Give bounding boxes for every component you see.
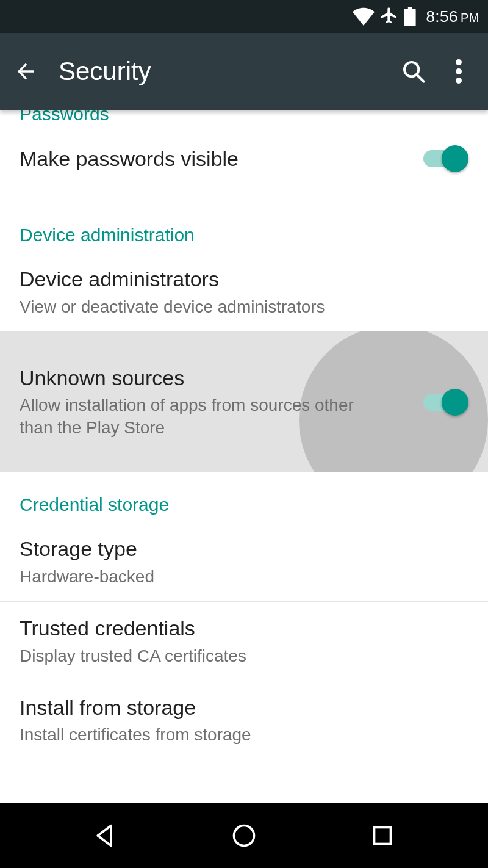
svg-point-4	[456, 78, 462, 84]
row-make-passwords-visible[interactable]: Make passwords visible	[0, 132, 488, 186]
settings-list[interactable]: Passwords Make passwords visible Device …	[0, 110, 488, 803]
row-text: Trusted credentials Display trusted CA c…	[20, 615, 468, 667]
row-subtitle: Hardware-backed	[20, 566, 468, 588]
row-subtitle: Display trusted CA certificates	[20, 645, 468, 667]
status-time-value: 8:56	[426, 7, 458, 26]
nav-home-button[interactable]	[227, 819, 261, 853]
nav-home-icon	[231, 822, 257, 849]
svg-rect-6	[374, 828, 390, 844]
row-trusted-credentials[interactable]: Trusted credentials Display trusted CA c…	[0, 602, 488, 681]
appbar-actions	[399, 57, 473, 86]
section-header-credential-storage: Credential storage	[0, 472, 488, 523]
airplane-icon	[379, 7, 399, 26]
nav-recents-icon	[370, 823, 395, 848]
section-header-passwords: Passwords	[0, 110, 488, 132]
navigation-bar	[0, 803, 488, 868]
row-subtitle: View or deactivate device administrators	[20, 296, 468, 318]
app-bar: Security	[0, 33, 488, 110]
row-subtitle: Allow installation of apps from sources …	[20, 394, 361, 439]
arrow-back-icon	[13, 59, 38, 84]
search-button[interactable]	[399, 57, 428, 86]
row-unknown-sources[interactable]: Unknown sources Allow installation of ap…	[0, 331, 488, 472]
row-text: Unknown sources Allow installation of ap…	[20, 365, 407, 439]
battery-icon	[404, 7, 416, 26]
search-icon	[401, 59, 426, 84]
row-title: Storage type	[20, 536, 468, 562]
svg-point-3	[456, 68, 462, 74]
overflow-button[interactable]	[444, 57, 473, 86]
row-text: Make passwords visible	[20, 146, 407, 172]
row-title: Unknown sources	[20, 365, 407, 391]
switch-thumb	[442, 145, 468, 172]
back-button[interactable]	[11, 57, 40, 86]
status-bar: 8:56PM	[0, 0, 488, 33]
row-title: Trusted credentials	[20, 615, 468, 642]
row-text: Device administrators View or deactivate…	[20, 266, 468, 318]
page-title: Security	[59, 57, 399, 86]
wifi-icon	[353, 7, 375, 26]
svg-line-1	[417, 74, 424, 82]
section-header-device-admin: Device administration	[0, 210, 488, 253]
row-storage-type[interactable]: Storage type Hardware-backed	[0, 523, 488, 601]
row-subtitle: Install certificates from storage	[20, 724, 468, 746]
status-time-ampm: PM	[461, 11, 479, 24]
row-install-from-storage[interactable]: Install from storage Install certificate…	[0, 681, 488, 760]
row-device-administrators[interactable]: Device administrators View or deactivate…	[0, 253, 488, 331]
status-time: 8:56PM	[426, 7, 479, 26]
switch-unknown-sources[interactable]	[420, 389, 468, 416]
svg-point-2	[456, 59, 462, 65]
row-title: Make passwords visible	[20, 146, 407, 172]
nav-back-icon	[92, 822, 119, 849]
more-vert-icon	[456, 59, 462, 84]
row-title: Install from storage	[20, 695, 468, 721]
nav-recents-button[interactable]	[365, 819, 400, 853]
nav-back-button[interactable]	[88, 819, 123, 853]
row-title: Device administrators	[20, 266, 468, 292]
switch-make-passwords-visible[interactable]	[420, 145, 468, 172]
switch-thumb	[442, 389, 468, 416]
row-text: Install from storage Install certificate…	[20, 695, 468, 747]
svg-point-5	[234, 826, 254, 846]
row-text: Storage type Hardware-backed	[20, 536, 468, 588]
